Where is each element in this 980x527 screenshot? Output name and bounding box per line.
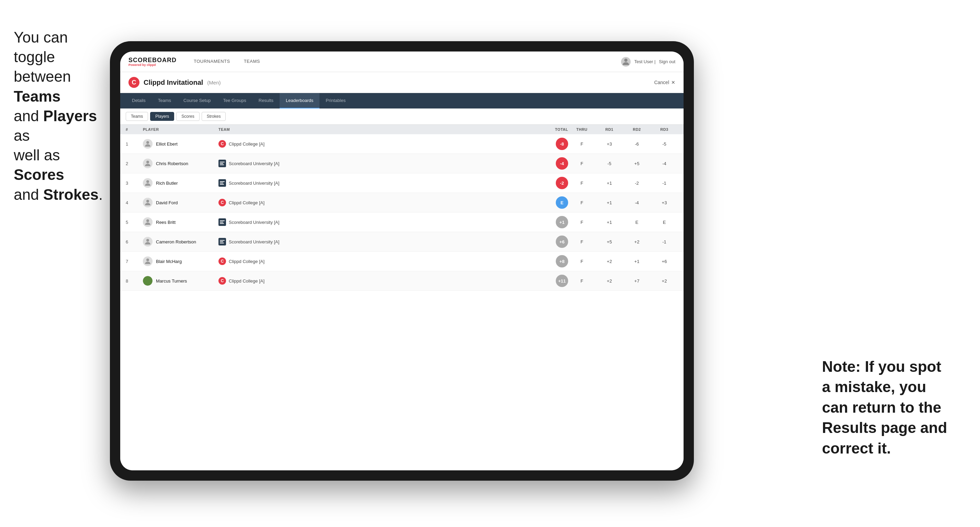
- tab-details[interactable]: Details: [126, 93, 152, 108]
- rd3-val: E: [651, 220, 678, 225]
- avatar: [621, 57, 631, 67]
- score-badge: +11: [556, 275, 568, 287]
- player-name: Elliot Ebert: [156, 141, 178, 147]
- tablet-frame: SCOREBOARD Powered by clippd TOURNAMENTS…: [110, 41, 694, 481]
- team-logo-sb: [218, 218, 226, 226]
- rd2-val: E: [623, 220, 651, 225]
- nav-items: TOURNAMENTS TEAMS: [187, 51, 621, 72]
- team-logo-sb: [218, 160, 226, 167]
- svg-rect-19: [220, 243, 224, 243]
- svg-point-16: [146, 239, 149, 242]
- table-row: 2 Chris Robertson Scoreboard University …: [120, 154, 684, 173]
- svg-rect-13: [220, 221, 225, 221]
- tab-printables[interactable]: Printables: [320, 93, 352, 108]
- rd3-val: -1: [651, 181, 678, 186]
- row-number: 3: [126, 181, 143, 186]
- player-name: Chris Robertson: [156, 161, 188, 166]
- player-cell: David Ford: [143, 198, 218, 207]
- score-badge: +6: [556, 235, 568, 248]
- player-cell: Rich Butler: [143, 178, 218, 188]
- team-logo-c: C: [218, 257, 226, 265]
- svg-rect-17: [220, 240, 225, 241]
- team-name: Clippd College [A]: [229, 141, 264, 147]
- team-logo-sb: [218, 179, 226, 187]
- team-cell: C Clippd College [A]: [218, 257, 534, 265]
- table-row: 5 Rees Britt Scoreboard University [A] +…: [120, 213, 684, 232]
- user-name: Test User |: [634, 59, 655, 64]
- tab-tee-groups[interactable]: Tee Groups: [217, 93, 253, 108]
- team-name: Scoreboard University [A]: [229, 161, 279, 166]
- row-number: 2: [126, 161, 143, 166]
- col-rd2: RD2: [623, 127, 651, 132]
- nav-tournaments[interactable]: TOURNAMENTS: [187, 51, 237, 72]
- team-logo-sb: [218, 238, 226, 246]
- svg-rect-5: [220, 163, 223, 164]
- tab-leaderboards[interactable]: Leaderboards: [280, 93, 320, 108]
- tab-teams[interactable]: Teams: [152, 93, 177, 108]
- nav-teams[interactable]: TEAMS: [237, 51, 267, 72]
- tab-results[interactable]: Results: [253, 93, 280, 108]
- table-header: # PLAYER TEAM TOTAL THRU RD1 RD2 RD3: [120, 125, 684, 134]
- thru-val: F: [568, 161, 596, 166]
- player-cell: Rees Britt: [143, 217, 218, 227]
- row-number: 4: [126, 200, 143, 205]
- svg-point-3: [146, 161, 149, 163]
- row-number: 8: [126, 278, 143, 284]
- player-cell: Marcus Turners: [143, 276, 218, 286]
- right-annotation: Note: If you spot a mistake, you can ret…: [822, 356, 966, 458]
- col-num: #: [126, 127, 143, 132]
- powered-by: Powered by clippd: [129, 63, 177, 67]
- team-cell: C Clippd College [A]: [218, 277, 534, 285]
- rd3-val: +2: [651, 278, 678, 284]
- score-badge: E: [556, 196, 568, 209]
- team-name: Scoreboard University [A]: [229, 181, 279, 186]
- svg-rect-10: [220, 184, 224, 185]
- player-avatar: [143, 276, 153, 286]
- tablet-screen: SCOREBOARD Powered by clippd TOURNAMENTS…: [120, 51, 684, 470]
- tab-course-setup[interactable]: Course Setup: [177, 93, 217, 108]
- cancel-button[interactable]: Cancel ✕: [654, 79, 675, 85]
- player-cell: Blair McHarg: [143, 256, 218, 266]
- row-number: 6: [126, 239, 143, 244]
- rd1-val: +1: [596, 220, 623, 225]
- row-number: 1: [126, 141, 143, 147]
- row-number: 5: [126, 220, 143, 225]
- subtab-teams[interactable]: Teams: [126, 112, 148, 121]
- score-badge: +1: [556, 216, 568, 228]
- player-name: Cameron Robertson: [156, 239, 196, 244]
- tab-nav: Details Teams Course Setup Tee Groups Re…: [120, 93, 684, 108]
- score-badge: -8: [556, 138, 568, 150]
- rd3-val: +3: [651, 200, 678, 205]
- svg-point-7: [146, 180, 149, 183]
- subtab-scores[interactable]: Scores: [176, 112, 199, 121]
- subtab-strokes[interactable]: Strokes: [202, 112, 226, 121]
- rd3-val: +6: [651, 259, 678, 264]
- svg-rect-4: [220, 162, 225, 162]
- rd2-val: +7: [623, 278, 651, 284]
- tournament-header: C Clippd Invitational (Men) Cancel ✕: [120, 72, 684, 93]
- team-cell: Scoreboard University [A]: [218, 238, 534, 246]
- tournament-logo: C: [129, 77, 140, 88]
- player-cell: Chris Robertson: [143, 159, 218, 168]
- tournament-sub: (Men): [207, 79, 221, 86]
- sign-out[interactable]: Sign out: [659, 59, 675, 64]
- table-row: 8 Marcus Turners C Clippd College [A] +1…: [120, 271, 684, 291]
- rd3-val: -5: [651, 141, 678, 147]
- player-name: Rich Butler: [156, 181, 178, 186]
- thru-val: F: [568, 141, 596, 147]
- col-rd3: RD3: [651, 127, 678, 132]
- rd1-val: +1: [596, 200, 623, 205]
- leaderboard-table: # PLAYER TEAM TOTAL THRU RD1 RD2 RD3 1 E…: [120, 125, 684, 470]
- table-body: 1 Elliot Ebert C Clippd College [A] -8 F…: [120, 134, 684, 291]
- col-team: TEAM: [218, 127, 534, 132]
- rd2-val: -4: [623, 200, 651, 205]
- player-name: Blair McHarg: [156, 259, 182, 264]
- scoreboard-logo: SCOREBOARD Powered by clippd: [129, 57, 177, 67]
- left-annotation: You can toggle between Teams and Players…: [14, 27, 110, 204]
- player-avatar: [143, 217, 153, 227]
- svg-rect-8: [220, 181, 225, 182]
- team-cell: Scoreboard University [A]: [218, 160, 534, 167]
- sub-tab-bar: Teams Players Scores Strokes: [120, 108, 684, 125]
- subtab-players[interactable]: Players: [150, 112, 174, 121]
- score-badge: +8: [556, 255, 568, 267]
